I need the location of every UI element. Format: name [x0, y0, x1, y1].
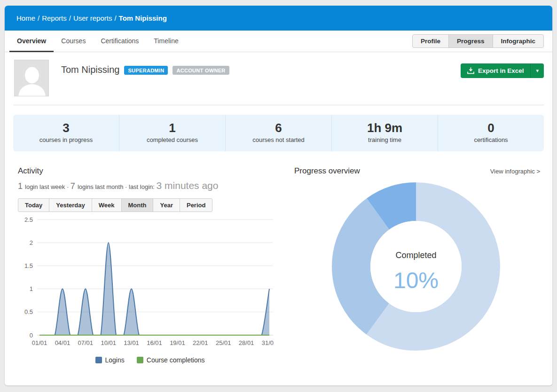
stat-certifications: 0certifications [438, 115, 544, 151]
svg-text:1: 1 [30, 285, 33, 292]
svg-text:10/01: 10/01 [101, 339, 116, 346]
summary-part: 1 [18, 181, 25, 191]
summary-part: login last week [25, 183, 65, 190]
svg-text:0: 0 [30, 331, 33, 338]
summary-part: 3 minutes ago [157, 180, 219, 191]
view-switch-infographic[interactable]: Infographic [493, 34, 544, 48]
filter-week[interactable]: Week [92, 198, 122, 212]
tab-bar: OverviewCoursesCertificationsTimeline Pr… [5, 31, 552, 52]
view-switch-progress[interactable]: Progress [448, 34, 493, 48]
tab-courses[interactable]: Courses [54, 31, 93, 52]
export-label: Export in Excel [478, 67, 524, 74]
breadcrumb-link[interactable]: User reports [73, 14, 112, 22]
progress-donut: Completed10% [291, 181, 540, 352]
svg-text:10%: 10% [393, 268, 438, 293]
activity-chart-svg: 00.511.522.501/0104/0107/0110/0113/0116/… [18, 215, 274, 353]
caret-down-icon: ▾ [536, 68, 539, 74]
view-infographic-link[interactable]: View infographic > [490, 168, 540, 175]
export-caret-button[interactable]: ▾ [530, 63, 544, 78]
report-card: Home/Reports/User reports/Tom Nipissing … [5, 6, 552, 385]
summary-part: · [65, 183, 71, 190]
svg-text:01/01: 01/01 [32, 339, 47, 346]
svg-text:25/01: 25/01 [216, 339, 231, 346]
legend-swatch [95, 357, 102, 363]
svg-text:19/01: 19/01 [170, 339, 185, 346]
filter-today[interactable]: Today [18, 198, 49, 212]
svg-text:0.5: 0.5 [24, 308, 33, 315]
tabs: OverviewCoursesCertificationsTimeline [9, 31, 186, 52]
user-name: Tom Nipissing [61, 64, 119, 75]
export-excel-button[interactable]: Export in Excel ▾ [461, 63, 544, 78]
breadcrumb-current: Tom Nipissing [119, 14, 167, 22]
svg-text:31/01: 31/01 [262, 339, 274, 346]
svg-text:22/01: 22/01 [193, 339, 208, 346]
legend-swatch [137, 357, 143, 363]
stat-courses-not-started: 6courses not started [225, 115, 331, 151]
legend-item-logins[interactable]: Logins [95, 356, 125, 364]
filter-month[interactable]: Month [121, 198, 154, 212]
view-switch-group: ProfileProgressInfographic [412, 34, 544, 48]
summary-part: logins last month [78, 183, 124, 190]
progress-title: Progress overview [294, 166, 360, 176]
badge-account-owner: ACCOUNT OWNER [173, 66, 229, 75]
breadcrumb-link[interactable]: Reports [42, 14, 67, 22]
svg-text:2: 2 [30, 239, 33, 246]
avatar [14, 60, 49, 96]
user-badges: SUPERADMINACCOUNT OWNER [119, 66, 229, 74]
svg-text:16/01: 16/01 [147, 339, 162, 346]
summary-part: · last login: [123, 183, 156, 190]
main-content: Activity 1 login last week · 7 logins la… [5, 164, 552, 364]
svg-text:Completed: Completed [395, 251, 436, 260]
breadcrumb-link[interactable]: Home [16, 14, 35, 22]
chart-legend: LoginsCourse completions [18, 356, 282, 364]
svg-text:04/01: 04/01 [55, 339, 71, 346]
stat-completed-courses: 1completed courses [119, 115, 225, 151]
breadcrumb-separator: / [38, 14, 39, 22]
activity-chart: 00.511.522.501/0104/0107/0110/0113/0116/… [18, 215, 282, 354]
summary-part: 7 [71, 181, 78, 191]
filter-period[interactable]: Period [180, 198, 212, 212]
badge-superadmin: SUPERADMIN [124, 66, 168, 75]
view-switch-profile[interactable]: Profile [412, 34, 449, 48]
breadcrumb: Home/Reports/User reports/Tom Nipissing [16, 14, 167, 22]
svg-text:28/01: 28/01 [239, 339, 254, 346]
login-summary: 1 login last week · 7 logins last month … [18, 180, 282, 191]
person-silhouette-icon [15, 60, 49, 96]
progress-donut-svg: Completed10% [331, 181, 501, 352]
period-filter-group: TodayYesterdayWeekMonthYearPeriod [18, 198, 282, 212]
tab-certifications[interactable]: Certifications [93, 31, 146, 52]
progress-section: Progress overview View infographic > Com… [282, 166, 540, 364]
breadcrumb-separator: / [69, 14, 71, 22]
svg-text:07/01: 07/01 [78, 339, 94, 346]
tab-overview[interactable]: Overview [9, 31, 54, 52]
breadcrumb-bar: Home/Reports/User reports/Tom Nipissing [5, 6, 552, 31]
stat-training-time: 1h 9mtraining time [331, 115, 438, 151]
activity-title: Activity [18, 166, 282, 176]
download-icon [467, 67, 474, 74]
breadcrumb-separator: / [114, 14, 116, 22]
svg-text:13/01: 13/01 [124, 339, 139, 346]
tab-timeline[interactable]: Timeline [146, 31, 186, 52]
section-divider [13, 105, 544, 105]
activity-section: Activity 1 login last week · 7 logins la… [18, 166, 282, 364]
svg-text:2.5: 2.5 [24, 216, 33, 223]
profile-header: Tom Nipissing SUPERADMINACCOUNT OWNER Ex… [5, 52, 552, 101]
legend-item-course-completions[interactable]: Course completions [137, 356, 205, 364]
filter-year[interactable]: Year [153, 198, 180, 212]
stat-courses-in-progress: 3courses in progress [13, 115, 119, 151]
filter-yesterday[interactable]: Yesterday [49, 198, 92, 212]
svg-text:1.5: 1.5 [24, 262, 33, 269]
stat-cards: 3courses in progress1completed courses6c… [13, 115, 544, 151]
